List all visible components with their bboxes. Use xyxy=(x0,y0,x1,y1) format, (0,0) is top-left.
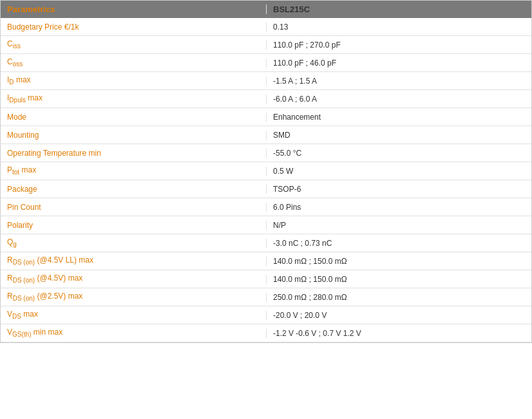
value-cell: 140.0 mΩ ; 150.0 mΩ xyxy=(266,257,525,266)
param-cell: Budgetary Price €/1k xyxy=(7,23,266,32)
table-body: Budgetary Price €/1k0.13Ciss110.0 pF ; 2… xyxy=(1,18,531,342)
table-row: Budgetary Price €/1k0.13 xyxy=(1,18,531,36)
table-row: PolarityN/P xyxy=(1,216,531,234)
value-cell: -20.0 V ; 20.0 V xyxy=(266,311,525,320)
table-row: PackageTSOP-6 xyxy=(1,180,531,198)
value-cell: 0.13 xyxy=(266,23,525,32)
param-cell: Mode xyxy=(7,113,266,122)
value-cell: 6.0 Pins xyxy=(266,203,525,212)
param-cell: RDS (on) (@2.5V) max xyxy=(7,292,266,302)
table-row: VDS max-20.0 V ; 20.0 V xyxy=(1,306,531,324)
table-row: IDpuls max-6.0 A ; 6.0 A xyxy=(1,90,531,108)
value-cell: 250.0 mΩ ; 280.0 mΩ xyxy=(266,293,525,302)
value-cell: SMD xyxy=(266,131,525,140)
value-cell: -55.0 °C xyxy=(266,149,525,158)
param-cell: Coss xyxy=(7,57,266,68)
table-row: RDS (on) (@4.5V LL) max140.0 mΩ ; 150.0 … xyxy=(1,252,531,270)
param-cell: Polarity xyxy=(7,221,266,230)
value-cell: Enhancement xyxy=(266,113,525,122)
param-cell: Package xyxy=(7,185,266,194)
param-cell: Operating Temperature min xyxy=(7,149,266,158)
table-row: Ciss110.0 pF ; 270.0 pF xyxy=(1,36,531,54)
param-cell: Pin Count xyxy=(7,203,266,212)
table-row: Pin Count6.0 Pins xyxy=(1,198,531,216)
parametrics-table: Parametrics BSL215C Budgetary Price €/1k… xyxy=(0,0,532,343)
param-cell: IDpuls max xyxy=(7,93,266,104)
table-row: Qg-3.0 nC ; 0.73 nC xyxy=(1,234,531,252)
value-cell: 0.5 W xyxy=(266,167,525,176)
header-parametrics: Parametrics xyxy=(7,5,266,14)
param-cell: Ciss xyxy=(7,39,266,50)
param-cell: Ptot max xyxy=(7,165,266,176)
param-cell: Qg xyxy=(7,237,266,248)
table-row: Ptot max0.5 W xyxy=(1,162,531,180)
header-value: BSL215C xyxy=(266,5,525,14)
value-cell: -1.2 V -0.6 V ; 0.7 V 1.2 V xyxy=(266,329,525,338)
table-row: VGS(th) min max-1.2 V -0.6 V ; 0.7 V 1.2… xyxy=(1,324,531,342)
value-cell: -1.5 A ; 1.5 A xyxy=(266,77,525,86)
table-row: RDS (on) (@4.5V) max140.0 mΩ ; 150.0 mΩ xyxy=(1,270,531,288)
table-row: MountingSMD xyxy=(1,126,531,144)
param-cell: RDS (on) (@4.5V) max xyxy=(7,274,266,284)
param-cell: Mounting xyxy=(7,131,266,140)
param-cell: VGS(th) min max xyxy=(7,328,266,338)
table-row: RDS (on) (@2.5V) max250.0 mΩ ; 280.0 mΩ xyxy=(1,288,531,306)
value-cell: 110.0 pF ; 46.0 pF xyxy=(266,59,525,68)
param-cell: RDS (on) (@4.5V LL) max xyxy=(7,256,266,266)
param-cell: VDS max xyxy=(7,310,266,320)
value-cell: TSOP-6 xyxy=(266,185,525,194)
table-row: ModeEnhancement xyxy=(1,108,531,126)
value-cell: N/P xyxy=(266,221,525,230)
value-cell: 110.0 pF ; 270.0 pF xyxy=(266,41,525,50)
value-cell: -6.0 A ; 6.0 A xyxy=(266,95,525,104)
table-row: Operating Temperature min-55.0 °C xyxy=(1,144,531,162)
value-cell: -3.0 nC ; 0.73 nC xyxy=(266,239,525,248)
table-row: Coss110.0 pF ; 46.0 pF xyxy=(1,54,531,72)
table-header: Parametrics BSL215C xyxy=(1,1,531,18)
table-row: ID max-1.5 A ; 1.5 A xyxy=(1,72,531,90)
value-cell: 140.0 mΩ ; 150.0 mΩ xyxy=(266,275,525,284)
param-cell: ID max xyxy=(7,75,266,86)
